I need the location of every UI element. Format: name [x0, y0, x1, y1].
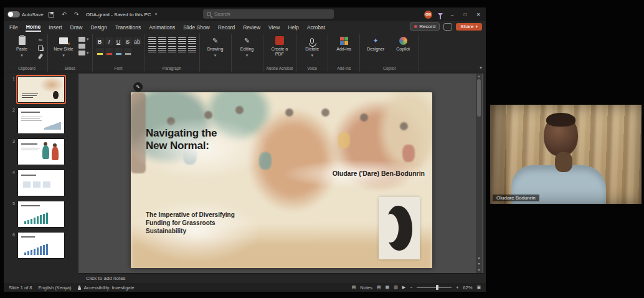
doc-title-caret-icon[interactable]: [155, 12, 158, 17]
scroll-up-icon[interactable]: [478, 74, 480, 78]
share-button[interactable]: Share: [456, 23, 482, 31]
tab-file[interactable]: File: [9, 23, 19, 31]
notes-toggle-icon[interactable]: [352, 285, 356, 290]
tab-review[interactable]: Review: [242, 23, 261, 31]
layout-button[interactable]: [78, 37, 89, 42]
slide-thumbnail-3[interactable]: [17, 138, 65, 165]
bullets-icon[interactable]: [148, 37, 156, 44]
slide-thumbnail-2[interactable]: [17, 107, 65, 134]
numbering-icon[interactable]: [158, 37, 166, 44]
format-painter-icon[interactable]: [38, 53, 43, 59]
previous-slide-button[interactable]: [478, 255, 480, 259]
tab-home[interactable]: Home: [26, 22, 42, 32]
minimize-button[interactable]: [448, 12, 456, 17]
comments-icon[interactable]: [443, 23, 452, 31]
align-left-icon[interactable]: [148, 46, 156, 52]
scroll-down-icon[interactable]: [478, 267, 480, 272]
tab-design[interactable]: Design: [90, 23, 107, 31]
status-bar: Slide 1 of 8 English (Kenya) Accessibili…: [4, 283, 486, 292]
tab-animations[interactable]: Animations: [148, 23, 176, 31]
tab-transitions[interactable]: Transitions: [115, 23, 141, 31]
participant-video-tile[interactable]: Oludare Bodunrin: [490, 105, 642, 204]
zoom-out-icon[interactable]: [410, 286, 412, 290]
paste-button[interactable]: Paste: [9, 35, 34, 58]
section-button[interactable]: [78, 50, 89, 55]
character-spacing-button[interactable]: ab: [133, 37, 141, 46]
pen-indicator[interactable]: [133, 82, 143, 92]
tab-record[interactable]: Record: [217, 23, 235, 31]
align-right-icon[interactable]: [168, 46, 176, 52]
zoom-percent[interactable]: 62%: [463, 285, 472, 291]
cut-icon[interactable]: [37, 37, 44, 43]
columns-icon[interactable]: [188, 46, 196, 52]
collapse-ribbon-icon[interactable]: [480, 65, 482, 70]
slide-sorter-view-icon[interactable]: [386, 285, 390, 290]
increase-indent-icon[interactable]: [178, 37, 186, 44]
close-button[interactable]: [475, 12, 482, 17]
tab-slide-show[interactable]: Slide Show: [182, 23, 211, 31]
undo-button[interactable]: [60, 10, 69, 19]
zoom-slider-knob[interactable]: [436, 285, 438, 290]
zoom-slider[interactable]: [417, 287, 452, 288]
copy-icon[interactable]: [38, 46, 43, 50]
slide-thumbnail-6[interactable]: [17, 232, 65, 259]
slide-thumbnail-5[interactable]: [17, 201, 65, 228]
scrollbar-thumb[interactable]: [477, 79, 481, 117]
accessibility-status[interactable]: Accessibility: Investigate: [77, 285, 134, 291]
search-box[interactable]: [203, 9, 334, 19]
tab-draw[interactable]: Draw: [70, 23, 83, 31]
slideshow-view-icon[interactable]: [402, 285, 405, 290]
highlight-color-button[interactable]: [96, 48, 104, 56]
notes-pane[interactable]: Click to add notes: [78, 273, 483, 283]
document-title[interactable]: ODA-grant - Saved to this PC: [86, 12, 151, 17]
language-status[interactable]: English (Kenya): [39, 285, 72, 291]
drawing-button[interactable]: Drawing: [203, 35, 228, 58]
align-center-icon[interactable]: [158, 46, 166, 52]
bold-button[interactable]: B: [96, 37, 104, 46]
reset-button[interactable]: [78, 44, 89, 49]
new-slide-button[interactable]: New Slide: [51, 35, 76, 58]
autosave-toggle[interactable]: AutoSave: [7, 11, 44, 17]
redo-button[interactable]: [72, 10, 81, 19]
text-shadow-button[interactable]: [115, 48, 123, 56]
search-input[interactable]: [214, 11, 330, 17]
tab-view[interactable]: View: [268, 23, 280, 31]
next-slide-button[interactable]: [478, 261, 480, 266]
font-color-button[interactable]: [105, 48, 113, 56]
restore-button[interactable]: [462, 12, 469, 17]
zoom-in-icon[interactable]: [456, 286, 458, 290]
slide-thumbnail-4[interactable]: [17, 170, 65, 196]
justify-icon[interactable]: [178, 46, 186, 52]
reading-view-icon[interactable]: [394, 285, 398, 290]
slide-author[interactable]: Oludare ('Dare) Ben-Bodunrin: [333, 170, 425, 177]
vertical-scrollbar[interactable]: [476, 74, 482, 273]
editing-button[interactable]: Editing: [235, 35, 260, 58]
line-spacing-icon[interactable]: [188, 37, 196, 44]
notes-placeholder[interactable]: Click to add notes: [86, 276, 126, 281]
underline-button[interactable]: U: [115, 37, 123, 46]
filter-icon[interactable]: [438, 13, 443, 16]
decrease-indent-icon[interactable]: [168, 37, 176, 44]
dictate-button[interactable]: Dictate: [300, 35, 324, 58]
notes-toggle-label[interactable]: Notes: [360, 285, 372, 291]
save-button[interactable]: [47, 10, 56, 19]
slide-thumbnail-1[interactable]: [17, 76, 65, 103]
slide-editor[interactable]: Navigating the New Normal: Oludare ('Dar…: [131, 92, 432, 268]
fit-to-window-icon[interactable]: [476, 285, 481, 290]
strikethrough-button[interactable]: S: [124, 37, 132, 46]
tab-insert[interactable]: Insert: [48, 23, 62, 31]
clear-formatting-button[interactable]: [124, 48, 132, 56]
add-ins-button[interactable]: Add-ins: [331, 35, 356, 52]
slide-title[interactable]: Navigating the New Normal:: [146, 127, 217, 153]
record-button[interactable]: Record: [410, 22, 440, 31]
normal-view-icon[interactable]: [377, 285, 381, 290]
create-pdf-button[interactable]: Create a PDF: [267, 35, 292, 57]
designer-button[interactable]: Designer: [363, 35, 388, 52]
tab-help[interactable]: Help: [287, 23, 299, 31]
tab-acrobat[interactable]: Acrobat: [306, 23, 326, 31]
autosave-switch-icon[interactable]: [7, 11, 20, 17]
italic-button[interactable]: I: [105, 37, 113, 46]
slide-subtitle[interactable]: The Imperative of Diversifying Funding f…: [146, 211, 237, 235]
account-avatar[interactable]: OB: [424, 11, 432, 19]
copilot-button[interactable]: Copilot: [391, 35, 415, 52]
